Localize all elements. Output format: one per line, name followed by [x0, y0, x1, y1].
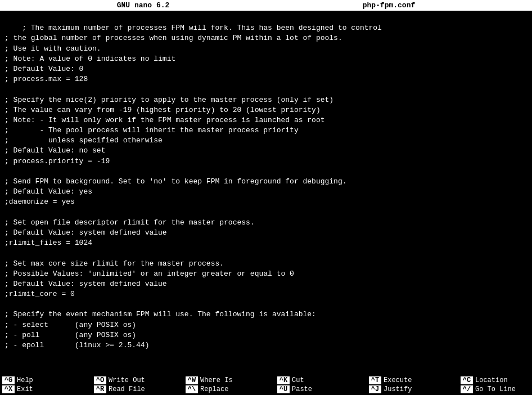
shortcut-label: Location [475, 376, 508, 384]
shortcut-key: ^O [94, 376, 106, 384]
app-name: GNU nano 6.2 [117, 1, 170, 10]
shortcut-row-1: ^GHelp^OWrite Out^WWhere Is^KCut^TExecut… [0, 376, 532, 385]
shortcut-item: ^TExecute [369, 376, 456, 384]
shortcut-item: ^CLocation [461, 376, 532, 384]
shortcut-item: ^\Replace [186, 385, 273, 393]
shortcut-label: Write Out [109, 376, 145, 384]
shortcut-item: ^KCut [277, 376, 364, 384]
shortcut-item: ^WWhere Is [186, 376, 273, 384]
shortcut-key: ^C [461, 376, 473, 384]
shortcut-label: Read File [109, 385, 145, 393]
shortcut-label: Replace [200, 385, 228, 393]
shortcut-label: Exit [17, 385, 33, 393]
shortcut-label: Cut [292, 376, 304, 384]
shortcut-label: Execute [384, 376, 412, 384]
editor-area[interactable]: ; The maximum number of processes FPM wi… [0, 11, 532, 375]
shortcut-label: Paste [292, 385, 312, 393]
shortcut-item: ^/Go To Line [461, 385, 532, 393]
app: GNU nano 6.2 php-fpm.conf ; The maximum … [0, 0, 532, 395]
shortcut-label: Help [17, 376, 33, 384]
shortcut-key: ^/ [461, 385, 473, 393]
title-bar: GNU nano 6.2 php-fpm.conf [0, 0, 532, 11]
shortcut-item: ^XExit [2, 385, 89, 393]
shortcut-key: ^U [277, 385, 290, 393]
shortcut-item: ^JJustify [369, 385, 456, 393]
shortcut-bar: ^GHelp^OWrite Out^WWhere Is^KCut^TExecut… [0, 375, 532, 395]
shortcut-label: Where Is [200, 376, 233, 384]
shortcut-key: ^G [2, 376, 15, 384]
shortcut-key: ^\ [186, 385, 198, 393]
shortcut-key: ^X [2, 385, 15, 393]
shortcut-item: ^UPaste [277, 385, 364, 393]
shortcut-item: ^RRead File [94, 385, 181, 393]
shortcut-key: ^T [369, 376, 381, 384]
shortcut-key: ^K [277, 376, 290, 384]
shortcut-label: Go To Line [475, 385, 516, 393]
shortcut-key: ^J [369, 385, 381, 393]
shortcut-key: ^W [186, 376, 198, 384]
shortcut-row-2: ^XExit^RRead File^\Replace^UPaste^JJusti… [0, 385, 532, 394]
shortcut-item: ^OWrite Out [94, 376, 181, 384]
editor-content: ; The maximum number of processes FPM wi… [4, 24, 382, 349]
shortcut-item: ^GHelp [2, 376, 89, 384]
file-name: php-fpm.conf [363, 1, 416, 10]
shortcut-label: Justify [384, 385, 412, 393]
shortcut-key: ^R [94, 385, 106, 393]
